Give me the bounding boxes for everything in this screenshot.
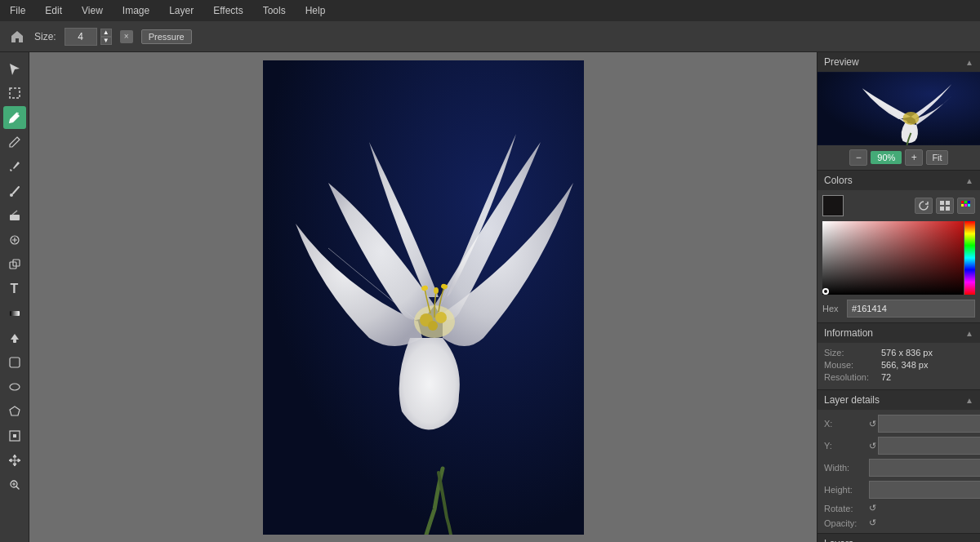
text-tool[interactable]: T: [3, 278, 26, 300]
ellipse-tool[interactable]: [3, 375, 26, 398]
info-size-value: 576 x 836 px: [881, 348, 933, 358]
color-grid-icon[interactable]: [936, 198, 954, 214]
layer-details-content: X: ↺ Y: ↺ Width:: [817, 410, 980, 533]
colors-title: Colors: [824, 175, 853, 186]
layer-opacity-label: Opacity:: [824, 518, 869, 528]
toolbar: Size: ▲ ▼ × Pressure: [0, 21, 980, 52]
layers-header[interactable]: Layers ▲: [817, 534, 980, 542]
eyedropper-tool[interactable]: [3, 155, 26, 178]
color-picker-main[interactable]: [822, 221, 964, 295]
svg-rect-29: [946, 207, 950, 211]
paint-tool[interactable]: [3, 106, 26, 129]
information-collapse-icon[interactable]: ▲: [965, 329, 973, 338]
information-header[interactable]: Information ▲: [817, 323, 980, 343]
svg-point-9: [10, 384, 20, 390]
brush-tool[interactable]: [3, 180, 26, 202]
layer-y-refresh-icon[interactable]: ↺: [869, 441, 876, 451]
layers-collapse-icon[interactable]: ▲: [965, 540, 973, 543]
layer-width-field: [869, 459, 980, 477]
layer-width-row: Width:: [824, 459, 973, 477]
layer-y-row: Y: ↺: [824, 437, 973, 455]
color-swatch[interactable]: [822, 195, 844, 216]
polygon-tool[interactable]: [3, 400, 26, 423]
bucket-tool[interactable]: [3, 327, 26, 349]
layer-x-input[interactable]: [878, 415, 980, 433]
layer-width-input[interactable]: [869, 459, 980, 477]
svg-rect-7: [13, 340, 16, 343]
color-hue-bar[interactable]: [964, 221, 975, 295]
zoom-in-button[interactable]: +: [905, 149, 923, 166]
left-toolbar: T: [0, 52, 29, 542]
layer-y-input[interactable]: [878, 437, 980, 455]
layer-x-field: ↺: [869, 415, 980, 433]
menu-file[interactable]: File: [7, 3, 29, 18]
preview-section: Preview ▲: [817, 52, 980, 171]
info-resolution-row: Resolution: 72: [824, 372, 973, 382]
menu-effects[interactable]: Effects: [210, 3, 246, 18]
layer-height-field: [869, 481, 980, 499]
size-input[interactable]: [65, 28, 97, 46]
pencil-tool[interactable]: [3, 131, 26, 153]
color-palette-icon[interactable]: [957, 198, 975, 214]
pressure-button[interactable]: Pressure: [141, 29, 192, 44]
colors-header[interactable]: Colors ▲: [817, 171, 980, 190]
preview-header[interactable]: Preview ▲: [817, 52, 980, 72]
information-title: Information: [824, 327, 873, 339]
layer-details-title: Layer details: [824, 394, 880, 406]
fit-button[interactable]: Fit: [926, 150, 947, 165]
hex-input[interactable]: [847, 300, 975, 318]
svg-rect-28: [940, 207, 944, 211]
zoom-out-button[interactable]: −: [849, 149, 867, 166]
gradient-tool[interactable]: [3, 302, 26, 325]
layer-height-label: Height:: [824, 485, 869, 495]
size-spinner: ▲ ▼: [100, 29, 112, 45]
layer-x-refresh-icon[interactable]: ↺: [869, 419, 876, 429]
svg-point-22: [434, 287, 439, 294]
layer-x-label: X:: [824, 419, 869, 429]
menu-tools[interactable]: Tools: [260, 3, 289, 18]
info-mouse-value: 566, 348 px: [881, 360, 929, 370]
layer-details-collapse-icon[interactable]: ▲: [965, 396, 973, 405]
marquee-tool[interactable]: [3, 82, 26, 104]
menu-image[interactable]: Image: [119, 3, 153, 18]
layer-details-header[interactable]: Layer details ▲: [817, 390, 980, 410]
info-resolution-value: 72: [881, 372, 891, 382]
info-size-label: Size:: [824, 348, 881, 358]
color-reset-icon[interactable]: [915, 198, 933, 214]
shape-tool[interactable]: [3, 351, 26, 374]
colors-section: Colors ▲: [817, 171, 980, 323]
colors-collapse-icon[interactable]: ▲: [965, 176, 973, 185]
svg-rect-12: [13, 434, 16, 438]
preview-collapse-icon[interactable]: ▲: [965, 58, 973, 67]
size-down-button[interactable]: ▼: [100, 37, 112, 45]
menu-edit[interactable]: Edit: [42, 3, 65, 18]
select-tool[interactable]: [3, 57, 26, 80]
info-resolution-label: Resolution:: [824, 372, 881, 382]
zoom-tool[interactable]: [3, 473, 26, 496]
menu-help[interactable]: Help: [302, 3, 329, 18]
eraser-tool[interactable]: [3, 204, 26, 227]
size-clear-button[interactable]: ×: [120, 30, 133, 43]
heal-tool[interactable]: [3, 229, 26, 251]
svg-point-19: [428, 321, 438, 331]
transform-tool[interactable]: [3, 424, 26, 447]
svg-rect-32: [968, 201, 970, 203]
main-area: T: [0, 52, 980, 542]
move-tool[interactable]: [3, 449, 26, 472]
layer-opacity-refresh-icon[interactable]: ↺: [869, 518, 876, 528]
menu-layer[interactable]: Layer: [166, 3, 197, 18]
canvas-area[interactable]: [29, 52, 817, 542]
layer-rotate-row: Rotate: ↺: [824, 503, 973, 513]
home-icon[interactable]: [8, 28, 26, 46]
layers-section: Layers ▲: [817, 534, 980, 542]
svg-rect-27: [946, 201, 950, 205]
clone-tool[interactable]: [3, 253, 26, 276]
svg-rect-33: [961, 204, 964, 207]
layer-rotate-refresh-icon[interactable]: ↺: [869, 503, 876, 513]
info-mouse-row: Mouse: 566, 348 px: [824, 360, 973, 370]
layer-height-input[interactable]: [869, 481, 980, 499]
information-content: Size: 576 x 836 px Mouse: 566, 348 px Re…: [817, 343, 980, 389]
menu-view[interactable]: View: [78, 3, 106, 18]
svg-rect-6: [10, 311, 20, 316]
size-up-button[interactable]: ▲: [100, 29, 112, 37]
